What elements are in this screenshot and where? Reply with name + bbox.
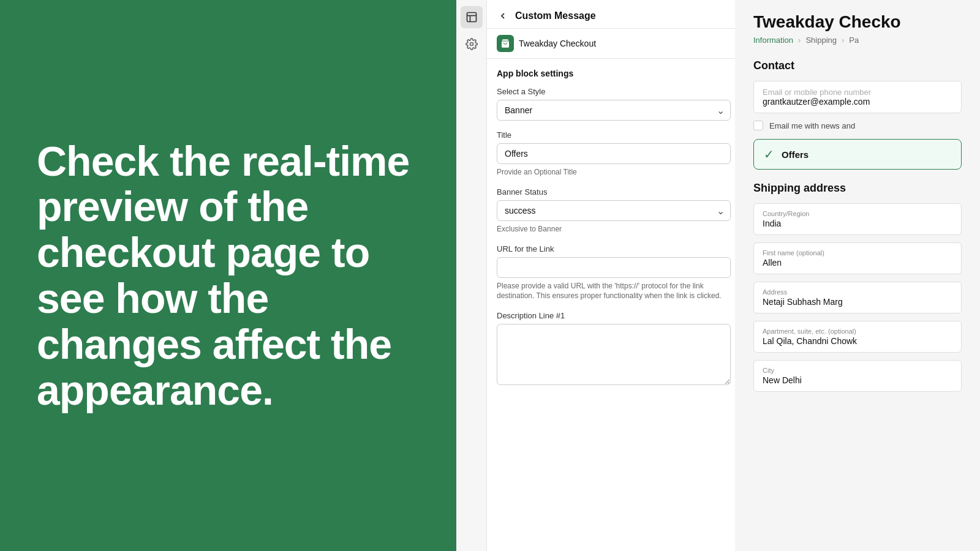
banner-status-label: Banner Status xyxy=(497,187,731,197)
breadcrumb: Information › Shipping › Pa xyxy=(753,36,962,45)
address-value: Netaji Subhash Marg xyxy=(763,297,952,307)
style-select[interactable]: Banner Inline Popup xyxy=(497,100,731,121)
title-label: Title xyxy=(497,130,731,140)
contact-section-title: Contact xyxy=(753,59,962,72)
banner-status-select[interactable]: success info warning error xyxy=(497,200,731,221)
settings-area: Custom Message Tweakday Checkout App blo… xyxy=(456,0,735,551)
style-label: Select a Style xyxy=(497,87,731,96)
settings-section: App block settings Select a Style Banner… xyxy=(487,59,741,407)
banner-status-select-wrapper: success info warning error ⌄ xyxy=(497,200,731,221)
banner-status-hint: Exclusive to Banner xyxy=(497,224,731,234)
style-select-wrapper: Banner Inline Popup ⌄ xyxy=(497,100,731,121)
desc-field-group: Description Line #1 xyxy=(497,311,731,388)
app-name: Tweakday Checkout xyxy=(519,39,596,48)
back-button[interactable] xyxy=(497,10,509,22)
checkout-title: Tweakday Checko xyxy=(753,12,962,32)
middle-header: Custom Message xyxy=(487,0,741,29)
offers-check-icon: ✓ xyxy=(764,147,774,162)
country-field: Country/Region India xyxy=(753,203,962,235)
breadcrumb-payment: Pa xyxy=(849,36,859,45)
title-field-group: Title Provide an Optional Title xyxy=(497,130,731,178)
apartment-field: Apartment, suite, etc. (optional) Lal Qi… xyxy=(753,321,962,353)
email-placeholder: Email or mobile phone number xyxy=(763,88,952,97)
gear-icon xyxy=(466,38,478,50)
url-hint: Please provide a valid URL with the 'htt… xyxy=(497,281,731,302)
hero-text: Check the real-time preview of the check… xyxy=(37,138,420,413)
newsletter-label: Email me with news and xyxy=(769,121,855,130)
newsletter-checkbox[interactable] xyxy=(753,121,763,130)
breadcrumb-information: Information xyxy=(753,36,793,45)
back-arrow-icon xyxy=(498,11,508,21)
city-value: New Delhi xyxy=(763,375,952,385)
desc-label: Description Line #1 xyxy=(497,311,731,320)
settings-icon-button[interactable] xyxy=(461,33,483,55)
apartment-label: Apartment, suite, etc. (optional) xyxy=(763,328,952,335)
svg-point-3 xyxy=(470,43,473,46)
city-field: City New Delhi xyxy=(753,360,962,392)
url-input[interactable] xyxy=(497,257,731,278)
shopping-bag-icon xyxy=(500,39,510,48)
url-field-group: URL for the Link Please provide a valid … xyxy=(497,244,731,302)
newsletter-checkbox-row: Email me with news and xyxy=(753,121,962,130)
country-value: India xyxy=(763,219,952,228)
banner-status-field-group: Banner Status success info warning error… xyxy=(497,187,731,234)
shipping-address-title: Shipping address xyxy=(753,182,962,195)
email-value: grantkautzer@example.com xyxy=(763,97,952,107)
style-field-group: Select a Style Banner Inline Popup ⌄ xyxy=(497,87,731,121)
sidebar-icons xyxy=(456,0,487,551)
city-label: City xyxy=(763,367,952,374)
breadcrumb-sep-1: › xyxy=(798,36,801,45)
right-panel: Tweakday Checko Information › Shipping ›… xyxy=(735,0,980,551)
desc-textarea[interactable] xyxy=(497,324,731,385)
breadcrumb-sep-2: › xyxy=(842,36,844,45)
app-row: Tweakday Checkout xyxy=(487,29,741,59)
apartment-value: Lal Qila, Chandni Chowk xyxy=(763,336,952,346)
address-label: Address xyxy=(763,288,952,296)
address-field: Address Netaji Subhash Marg xyxy=(753,282,962,313)
firstname-field: First name (optional) Allen xyxy=(753,242,962,274)
offers-banner: ✓ Offers xyxy=(753,139,962,170)
page-title: Custom Message xyxy=(515,10,596,21)
firstname-label: First name (optional) xyxy=(763,249,952,257)
firstname-value: Allen xyxy=(763,258,952,268)
app-icon xyxy=(497,35,514,52)
svg-rect-0 xyxy=(467,13,476,22)
middle-panel: Custom Message Tweakday Checkout App blo… xyxy=(487,0,741,551)
left-panel: Check the real-time preview of the check… xyxy=(0,0,456,551)
layout-icon xyxy=(466,11,478,23)
country-label: Country/Region xyxy=(763,210,952,217)
layout-icon-button[interactable] xyxy=(461,6,483,28)
settings-section-title: App block settings xyxy=(497,69,731,78)
title-input[interactable] xyxy=(497,143,731,164)
middle-content: Custom Message Tweakday Checkout App blo… xyxy=(487,0,741,551)
title-hint: Provide an Optional Title xyxy=(497,167,731,178)
offers-text: Offers xyxy=(782,149,809,160)
email-field: Email or mobile phone number grantkautze… xyxy=(753,81,962,113)
url-label: URL for the Link xyxy=(497,244,731,253)
breadcrumb-shipping: Shipping xyxy=(805,36,837,45)
